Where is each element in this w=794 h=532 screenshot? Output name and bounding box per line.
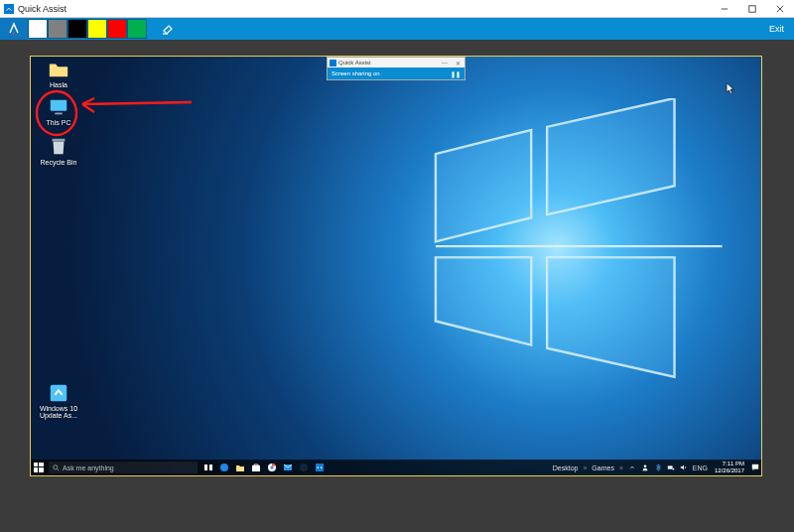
volume-icon[interactable] bbox=[680, 464, 688, 471]
taskbar-toolbar-desktop[interactable]: Desktop bbox=[553, 465, 579, 471]
exit-button[interactable]: Exit bbox=[769, 24, 784, 34]
color-swatch-white[interactable] bbox=[29, 20, 47, 38]
clock-date: 12/26/2017 bbox=[715, 467, 744, 474]
svg-point-27 bbox=[270, 466, 273, 468]
svg-rect-13 bbox=[53, 139, 66, 142]
svg-point-5 bbox=[13, 33, 15, 35]
svg-point-20 bbox=[54, 465, 58, 468]
remote-taskbar: Ask me anything Desktop » Games » bbox=[31, 460, 761, 475]
chevron-right-icon: » bbox=[583, 465, 587, 471]
svg-marker-10 bbox=[547, 258, 674, 377]
color-swatch-red[interactable] bbox=[108, 20, 126, 38]
desktop-icon-this-pc[interactable]: This PC bbox=[37, 96, 80, 126]
minimize-button[interactable] bbox=[711, 0, 738, 17]
desktop-icon-windows-update-assistant[interactable]: Windows 10 Update As... bbox=[37, 382, 80, 419]
svg-rect-0 bbox=[5, 5, 13, 13]
cortana-search-box[interactable]: Ask me anything bbox=[49, 462, 198, 473]
svg-marker-8 bbox=[547, 98, 674, 214]
chevron-right-icon: » bbox=[619, 465, 623, 471]
svg-rect-25 bbox=[252, 466, 260, 471]
desktop-icon-hasla[interactable]: Hasla bbox=[37, 59, 80, 88]
color-swatch-black[interactable] bbox=[68, 20, 86, 38]
color-swatch-yellow[interactable] bbox=[88, 20, 106, 38]
task-view-icon[interactable] bbox=[203, 463, 213, 472]
svg-rect-22 bbox=[204, 465, 207, 470]
remote-qa-minimize-icon[interactable]: — bbox=[442, 60, 448, 66]
remote-screen[interactable]: Hasla This PC Recycle Bin Windows 10 Upd… bbox=[30, 56, 762, 476]
action-center-icon[interactable] bbox=[751, 464, 759, 471]
teamviewer-icon[interactable] bbox=[315, 463, 325, 472]
svg-marker-7 bbox=[436, 130, 531, 241]
chrome-icon[interactable] bbox=[267, 463, 277, 472]
color-swatch-gray[interactable] bbox=[49, 20, 66, 38]
remote-qa-close-icon[interactable]: ✕ bbox=[456, 60, 461, 66]
remote-viewport-container: Hasla This PC Recycle Bin Windows 10 Upd… bbox=[0, 40, 794, 532]
people-icon[interactable] bbox=[641, 464, 649, 471]
desktop-icon-recycle-bin[interactable]: Recycle Bin bbox=[37, 136, 80, 166]
svg-rect-33 bbox=[672, 468, 674, 470]
mail-icon[interactable] bbox=[283, 463, 293, 472]
edge-icon[interactable] bbox=[219, 463, 229, 472]
desktop-icon-label: This PC bbox=[37, 119, 80, 126]
bluetooth-icon[interactable] bbox=[654, 464, 662, 471]
eraser-tool[interactable] bbox=[157, 18, 179, 40]
network-icon[interactable] bbox=[667, 464, 675, 471]
svg-rect-34 bbox=[752, 465, 758, 469]
language-indicator[interactable]: ENG bbox=[693, 465, 708, 471]
svg-rect-12 bbox=[55, 113, 62, 115]
remote-cursor-icon bbox=[726, 82, 735, 96]
search-icon bbox=[53, 465, 60, 471]
outer-titlebar: Quick Assist bbox=[0, 0, 794, 18]
remote-quick-assist-bar[interactable]: Quick Assist — ✕ Screen sharing on ❚❚ bbox=[327, 57, 465, 80]
svg-rect-18 bbox=[34, 467, 38, 472]
remote-qa-status: Screen sharing on bbox=[331, 70, 380, 76]
svg-line-21 bbox=[58, 468, 60, 470]
desktop-icon-label: Hasla bbox=[37, 81, 80, 88]
taskbar-clock[interactable]: 7:11 PM 12/26/2017 bbox=[713, 461, 746, 474]
svg-rect-19 bbox=[39, 467, 44, 472]
steam-icon[interactable] bbox=[299, 463, 309, 472]
quick-assist-app-icon bbox=[4, 4, 14, 14]
svg-rect-17 bbox=[39, 463, 44, 466]
quick-assist-app-icon bbox=[330, 60, 336, 66]
svg-rect-2 bbox=[749, 5, 755, 11]
desktop-icon-label: Windows 10 Update As... bbox=[37, 405, 80, 419]
svg-marker-9 bbox=[436, 258, 531, 345]
svg-rect-16 bbox=[34, 463, 38, 466]
svg-rect-32 bbox=[668, 466, 673, 468]
svg-point-31 bbox=[644, 466, 647, 468]
color-swatch-green[interactable] bbox=[128, 20, 146, 38]
pen-tool-dropdown[interactable] bbox=[0, 18, 28, 40]
tray-overflow-icon[interactable] bbox=[628, 464, 636, 471]
svg-rect-11 bbox=[51, 100, 67, 111]
search-placeholder: Ask me anything bbox=[63, 465, 114, 471]
svg-rect-14 bbox=[51, 385, 67, 402]
taskbar-toolbar-games[interactable]: Games bbox=[592, 465, 614, 471]
file-explorer-icon[interactable] bbox=[235, 463, 245, 472]
store-icon[interactable] bbox=[251, 463, 261, 472]
desktop-icon-label: Recycle Bin bbox=[37, 159, 80, 166]
remote-qa-pause-button[interactable]: ❚❚ bbox=[451, 70, 461, 77]
svg-rect-23 bbox=[209, 465, 212, 470]
svg-point-29 bbox=[300, 464, 308, 471]
maximize-button[interactable] bbox=[738, 0, 766, 17]
annotation-toolbar: Exit bbox=[0, 18, 794, 40]
window-title: Quick Assist bbox=[18, 4, 66, 14]
svg-point-24 bbox=[220, 464, 228, 471]
windows-wallpaper bbox=[31, 57, 761, 475]
clock-time: 7:11 PM bbox=[715, 461, 744, 467]
close-button[interactable] bbox=[766, 0, 794, 17]
start-button[interactable] bbox=[31, 460, 47, 475]
remote-qa-title: Quick Assist bbox=[338, 60, 371, 66]
